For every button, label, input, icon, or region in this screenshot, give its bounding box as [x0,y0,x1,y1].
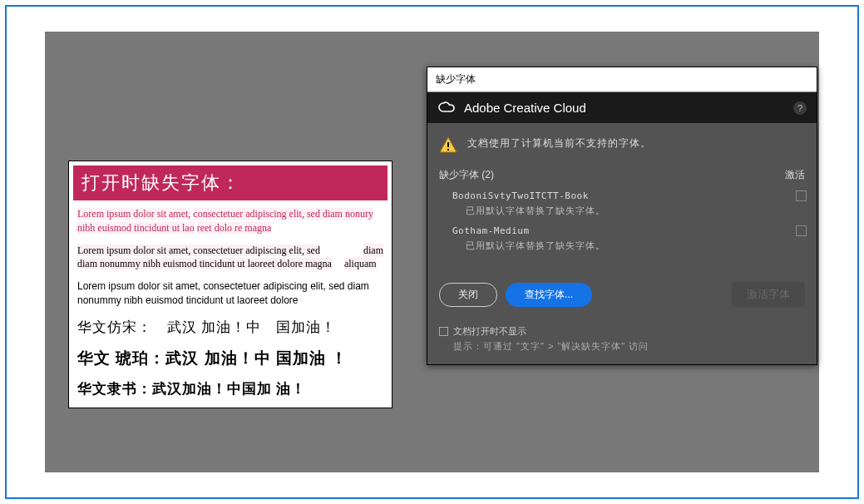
activate-checkbox[interactable] [796,225,807,236]
dont-show-checkbox[interactable] [439,327,448,336]
font-status: 已用默认字体替换了缺失字体。 [452,205,805,217]
footer-hint: 提示：可通过 "文字" > "解决缺失字体" 访问 [439,340,805,353]
font-item: BodoniSvtyTwoITCTT-Book 已用默认字体替换了缺失字体。 [427,187,817,222]
hl-text: aliquam [344,258,377,269]
creative-cloud-bar: Adobe Creative Cloud ? [427,92,817,123]
button-row: 关闭 查找字体... 激活字体 [427,257,817,319]
font-name: BodoniSvtyTwoITCTT-Book [452,190,805,201]
activate-fonts-button: 激活字体 [732,282,805,307]
dialog-title: 缺少字体 [427,67,817,92]
warning-text: 文档使用了计算机当前不支持的字体。 [467,136,651,151]
document-body: Lorem ipsum dolor sit amet, consectetuer… [69,207,392,408]
font-list-header: 缺少字体 (2) 激活 [427,160,817,187]
paragraph-2: Lorem ipsum dolor sit amet, consectetuer… [77,244,383,272]
document-banner: 打开时缺失字体： [73,166,388,200]
dont-show-row[interactable]: 文档打开时不显示 [439,325,805,338]
find-fonts-button[interactable]: 查找字体... [506,283,592,307]
hl-text: diam [363,244,383,258]
dialog-footer: 文档打开时不显示 提示：可通过 "文字" > "解决缺失字体" 访问 [427,319,817,364]
activate-checkbox[interactable] [796,190,807,201]
paragraph-1: Lorem ipsum dolor sit amet, consectetuer… [77,207,383,235]
hl-text: reet dolo re magna [197,222,272,234]
svg-rect-1 [447,149,449,151]
app-frame: 打开时缺失字体： Lorem ipsum dolor sit amet, con… [5,5,859,499]
dont-show-label: 文档打开时不显示 [453,325,526,338]
warning-icon [439,136,457,153]
close-button[interactable]: 关闭 [439,283,497,307]
cjk-line-hupo: 华文 琥珀：武汉 加油！中 国加油 ！ [77,348,383,370]
cjk-line-fangsong: 华文仿宋： 武汉 加油！中 国加油！ [77,318,383,338]
hl-text: Lorem ipsum dolor sit amet, consectetuer… [77,245,320,256]
activate-column-label: 激活 [785,168,805,182]
font-item: Gotham-Medium 已用默认字体替换了缺失字体。 [427,222,817,257]
missing-count-label: 缺少字体 (2) [439,168,494,182]
missing-fonts-dialog: 缺少字体 Adobe Creative Cloud ? 文档使用了计算机当前不支… [427,67,817,365]
paragraph-3: Lorem ipsum dolor sit amet, consectetuer… [77,279,383,308]
cjk-line-lishu: 华文隶书：武汉加油！中国加 油！ [77,379,383,399]
creative-cloud-icon [437,101,456,114]
creative-cloud-label: Adobe Creative Cloud [464,101,586,115]
warning-row: 文档使用了计算机当前不支持的字体。 [427,123,817,160]
workspace-canvas: 打开时缺失字体： Lorem ipsum dolor sit amet, con… [45,32,819,472]
hl-text: diam nonummy nibh euismod tincidunt ut l… [77,258,332,269]
svg-rect-0 [447,142,449,147]
document-preview: 打开时缺失字体： Lorem ipsum dolor sit amet, con… [68,161,393,408]
help-icon[interactable]: ? [793,101,807,115]
font-name: Gotham-Medium [452,225,805,236]
hl-text: Lorem ipsum dolor sit amet, [77,208,190,220]
font-status: 已用默认字体替换了缺失字体。 [452,240,805,252]
